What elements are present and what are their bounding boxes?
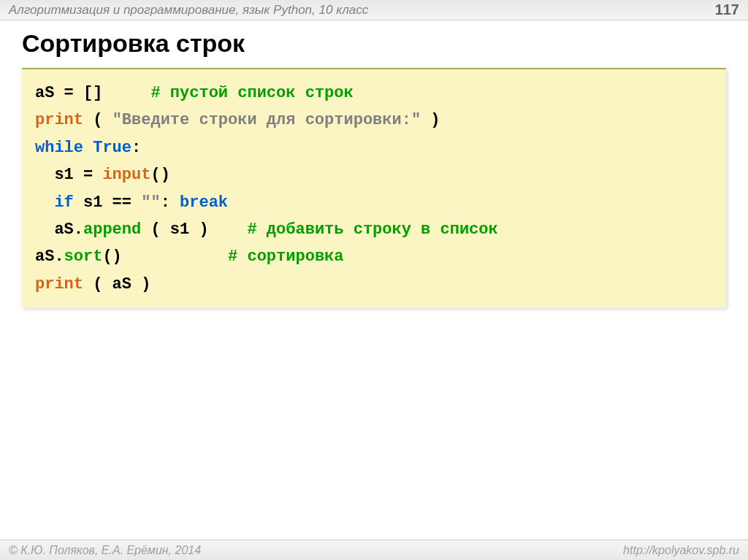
code-line-8: print ( aS ) (35, 271, 713, 298)
section-title: Сортировка строк (22, 29, 726, 58)
header-title: Алгоритмизация и программирование, язык … (9, 3, 368, 18)
code-token: = (74, 166, 103, 184)
code-token (35, 193, 54, 212)
code-string: "Введите строки для сортировки:" (112, 111, 421, 129)
code-method: sort (64, 248, 103, 266)
code-func: print (35, 111, 83, 129)
code-func: input (102, 166, 150, 184)
code-method: append (83, 220, 141, 239)
code-token: aS. (35, 220, 83, 239)
code-token: () (102, 248, 228, 266)
slide-content: Сортировка строк aS = [] # пустой список… (0, 20, 748, 317)
code-line-2: print ( "Введите строки для сортировки:"… (35, 107, 713, 134)
code-string: "" (141, 193, 160, 212)
code-line-5: if s1 == "": break (35, 189, 713, 216)
code-block: aS = [] # пустой список строк print ( "В… (22, 68, 726, 308)
code-token: () (150, 166, 169, 184)
code-comment: # пустой список строк (150, 84, 353, 102)
code-token: : (131, 139, 141, 157)
code-comment: # сортировка (228, 248, 343, 266)
code-token: s1 (35, 166, 74, 184)
code-token: : (161, 193, 180, 212)
slide-footer: © К.Ю. Поляков, Е.А. Ерёмин, 2014 http:/… (0, 540, 748, 560)
code-token: ( s1 ) (141, 220, 247, 239)
code-keyword: break (180, 193, 228, 212)
code-token: ( aS ) (83, 275, 150, 294)
code-token: [] (83, 84, 102, 102)
code-comment: # добавить строку в список (247, 220, 497, 239)
slide-header: Алгоритмизация и программирование, язык … (0, 0, 748, 20)
code-token (102, 84, 150, 102)
code-line-1: aS = [] # пустой список строк (35, 80, 713, 107)
code-line-6: aS.append ( s1 ) # добавить строку в спи… (35, 216, 713, 243)
code-line-4: s1 = input() (35, 161, 713, 188)
code-keyword: if (54, 193, 73, 212)
code-bool: True (93, 139, 131, 157)
code-token: ) (421, 111, 440, 129)
code-token: s1 (74, 193, 103, 212)
code-token: aS. (35, 248, 64, 266)
code-token: ( (83, 111, 112, 129)
page-number: 117 (715, 1, 739, 18)
code-token: aS (35, 84, 54, 102)
footer-url: http://kpolyakov.spb.ru (623, 544, 739, 557)
code-token: = (54, 84, 83, 102)
code-line-3: while True: (35, 134, 713, 161)
footer-copyright: © К.Ю. Поляков, Е.А. Ерёмин, 2014 (9, 544, 201, 557)
code-keyword: while (35, 139, 83, 157)
code-line-7: aS.sort() # сортировка (35, 243, 713, 270)
code-token (83, 139, 93, 157)
code-func: print (35, 275, 83, 294)
code-token: == (102, 193, 141, 212)
